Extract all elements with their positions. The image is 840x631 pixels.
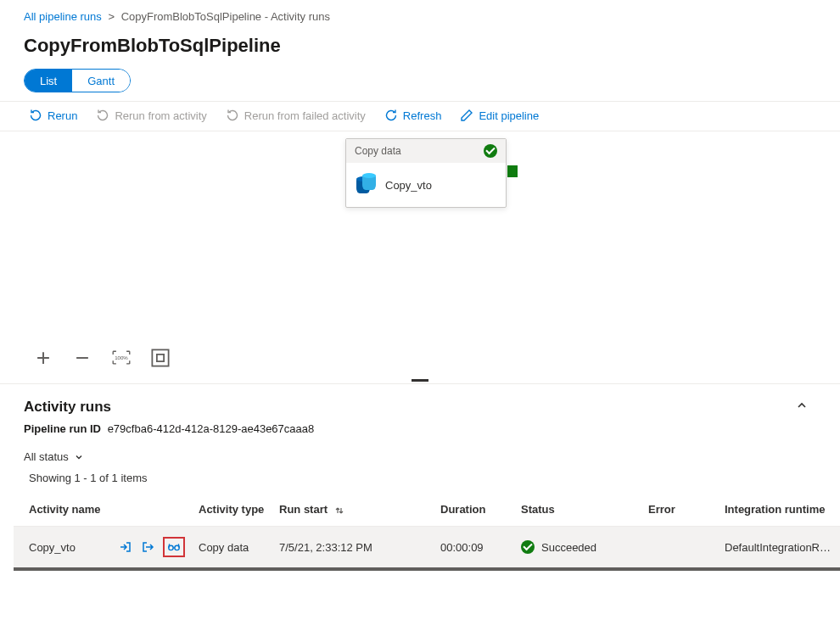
- status-filter-label: All status: [24, 450, 69, 463]
- page-title: CopyFromBlobToSqlPipeline: [0, 30, 840, 69]
- zoom-fit-button[interactable]: [151, 349, 170, 367]
- edit-pipeline-button[interactable]: Edit pipeline: [460, 109, 539, 122]
- rerun-activity-label: Rerun from activity: [115, 109, 206, 122]
- status-filter[interactable]: All status: [0, 447, 840, 472]
- zoom-in-button[interactable]: [34, 349, 53, 367]
- cell-activity-name: Copy_vto: [29, 541, 76, 554]
- col-integration-runtime[interactable]: Integration runtime: [718, 494, 840, 527]
- cell-duration: 00:00:09: [434, 527, 514, 570]
- svg-rect-2: [157, 355, 164, 361]
- view-toggle: List Gantt: [24, 69, 131, 92]
- results-count: Showing 1 - 1 of 1 items: [0, 472, 840, 494]
- activity-runs-header: Activity runs: [0, 384, 840, 419]
- run-id-value: e79cfba6-412d-412a-8129-ae43e67caaa8: [108, 422, 315, 435]
- cell-integration-runtime: DefaultIntegrationRuntime (Eas: [718, 527, 840, 570]
- edit-label: Edit pipeline: [479, 109, 539, 122]
- sort-icon: [334, 505, 344, 516]
- col-duration[interactable]: Duration: [434, 494, 514, 527]
- chevron-down-icon: [74, 452, 84, 462]
- canvas-tools: 100%: [34, 349, 170, 367]
- activity-node-body: Copy_vto: [346, 163, 506, 207]
- col-run-start-label: Run start: [279, 503, 328, 516]
- zoom-out-button[interactable]: [73, 349, 92, 367]
- breadcrumb: All pipeline runs > CopyFromBlobToSqlPip…: [0, 0, 840, 30]
- rerun-label: Rerun: [48, 109, 77, 122]
- rerun-from-activity-button: Rerun from activity: [96, 109, 206, 122]
- toolbar: Rerun Rerun from activity Rerun from fai…: [0, 101, 840, 131]
- cell-activity-type: Copy data: [192, 527, 272, 570]
- input-icon[interactable]: [119, 540, 132, 554]
- rerun-icon: [29, 109, 42, 122]
- activity-node[interactable]: Copy data Copy_vto: [345, 138, 507, 208]
- col-run-start[interactable]: Run start: [272, 494, 434, 527]
- col-activity-name[interactable]: Activity name: [14, 494, 192, 527]
- node-output-port[interactable]: [507, 165, 518, 177]
- zoom-reset-button[interactable]: 100%: [112, 349, 131, 367]
- pane-splitter[interactable]: [0, 379, 840, 384]
- table-row[interactable]: Copy_vto: [14, 527, 840, 570]
- refresh-icon: [384, 109, 398, 122]
- collapse-button[interactable]: [787, 396, 816, 417]
- rerun-from-failed-button: Rerun from failed activity: [226, 109, 366, 122]
- success-icon: [521, 540, 535, 554]
- breadcrumb-root-link[interactable]: All pipeline runs: [24, 10, 102, 23]
- breadcrumb-current: CopyFromBlobToSqlPipeline - Activity run…: [121, 10, 330, 23]
- activity-runs-title: Activity runs: [24, 399, 111, 416]
- breadcrumb-separator: >: [108, 10, 115, 23]
- col-activity-type[interactable]: Activity type: [192, 494, 272, 527]
- rerun-failed-icon: [226, 109, 239, 122]
- details-highlight: [163, 537, 185, 557]
- edit-icon: [460, 109, 473, 122]
- pipeline-canvas[interactable]: Copy data Copy_vto 100%: [0, 131, 840, 379]
- success-icon: [484, 144, 497, 158]
- pipeline-run-id: Pipeline run ID e79cfba6-412d-412a-8129-…: [0, 419, 840, 447]
- activity-node-type: Copy data: [355, 145, 401, 157]
- cell-error: [641, 527, 718, 570]
- chevron-up-icon: [796, 399, 808, 411]
- rerun-button[interactable]: Rerun: [29, 109, 77, 122]
- col-status[interactable]: Status: [514, 494, 641, 527]
- database-icon: [356, 175, 375, 195]
- cell-run-start: 7/5/21, 2:33:12 PM: [272, 527, 434, 570]
- output-icon[interactable]: [141, 540, 154, 554]
- col-error[interactable]: Error: [641, 494, 718, 527]
- run-id-label: Pipeline run ID: [24, 422, 101, 435]
- activity-runs-table: Activity name Activity type Run start Du…: [14, 494, 840, 571]
- activity-node-name: Copy_vto: [385, 179, 432, 192]
- svg-text:100%: 100%: [115, 355, 128, 360]
- svg-rect-1: [152, 349, 168, 366]
- refresh-button[interactable]: Refresh: [384, 109, 442, 122]
- refresh-label: Refresh: [403, 109, 442, 122]
- details-glasses-icon[interactable]: [167, 540, 181, 554]
- view-toggle-list[interactable]: List: [25, 70, 72, 92]
- activity-node-header: Copy data: [346, 139, 506, 163]
- rerun-failed-label: Rerun from failed activity: [244, 109, 366, 122]
- cell-status: Succeeded: [541, 541, 596, 554]
- rerun-activity-icon: [96, 109, 109, 122]
- view-toggle-gantt[interactable]: Gantt: [72, 70, 130, 92]
